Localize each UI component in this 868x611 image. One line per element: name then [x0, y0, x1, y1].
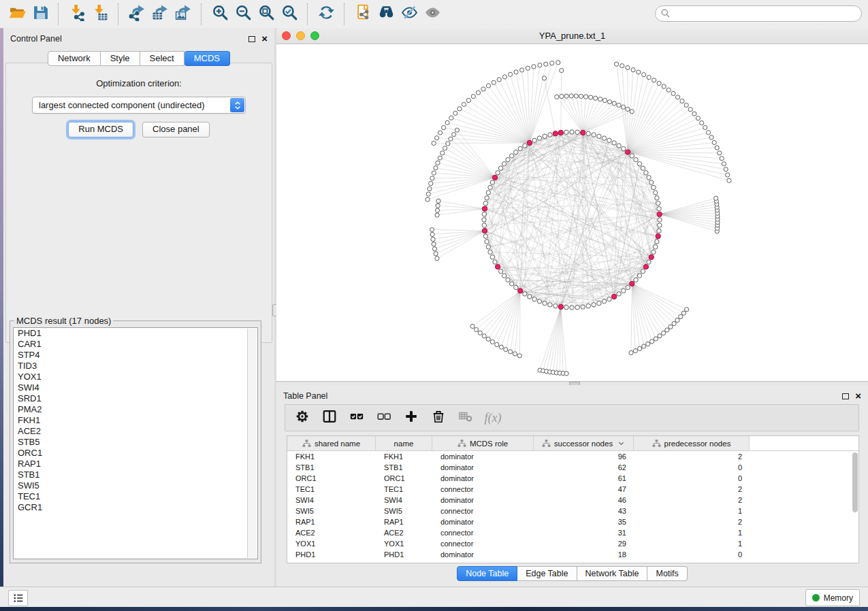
export-network-button[interactable]: [125, 4, 148, 24]
unselect-all-button[interactable]: [375, 409, 393, 427]
cell-predecessor-nodes: 2: [634, 452, 750, 461]
import-table-button[interactable]: [89, 4, 112, 24]
show-all-button[interactable]: [421, 4, 444, 24]
table-row[interactable]: ORC1ORC1dominator610: [287, 473, 858, 484]
table-row[interactable]: SWI4SWI4dominator462: [287, 495, 858, 506]
table-row[interactable]: FKH1FKH1dominator962: [287, 451, 858, 462]
column-header-shared-name[interactable]: shared name: [287, 436, 376, 450]
mcds-result-item[interactable]: ACE2: [14, 426, 257, 437]
memory-button[interactable]: Memory: [805, 589, 860, 606]
tab-network[interactable]: Network: [48, 51, 101, 66]
search-input[interactable]: [655, 5, 862, 22]
close-panel-button[interactable]: Close panel: [142, 122, 210, 137]
import-network-icon: [69, 4, 86, 24]
zoom-in-button[interactable]: [208, 4, 231, 24]
cell-name: FKH1: [376, 452, 432, 461]
share-document-icon: [355, 4, 372, 24]
mcds-result-item[interactable]: CAR1: [14, 339, 257, 350]
cell-shared-name: SWI4: [287, 496, 376, 504]
maximize-window-icon[interactable]: [310, 31, 319, 40]
mcds-result-item[interactable]: TEC1: [14, 491, 257, 502]
column-header-successor-nodes[interactable]: successor nodes: [534, 436, 634, 450]
tab-motifs[interactable]: Motifs: [647, 566, 687, 581]
save-icon: [32, 4, 49, 24]
mcds-result-item[interactable]: PHD1: [14, 328, 257, 339]
zoom-out-button[interactable]: [231, 4, 255, 24]
table-scrollbar-thumb[interactable]: [852, 452, 858, 512]
minimize-window-icon[interactable]: [296, 31, 305, 40]
network-window-titlebar[interactable]: YPA_prune.txt_1: [276, 28, 868, 44]
mcds-result-item[interactable]: STB5: [14, 437, 257, 448]
delete-table-button[interactable]: [457, 409, 475, 427]
function-button[interactable]: f(x): [484, 409, 502, 427]
cell-shared-name: STB1: [287, 463, 376, 472]
close-panel-icon[interactable]: ×: [855, 393, 861, 399]
sort-desc-icon: [617, 440, 625, 447]
search-network-button[interactable]: [374, 4, 398, 24]
export-table-button[interactable]: [148, 4, 172, 24]
mcds-result-item[interactable]: GCR1: [14, 502, 257, 513]
share-document-button[interactable]: [351, 4, 374, 24]
panel-menu-button[interactable]: [8, 590, 28, 606]
export-image-button[interactable]: [172, 4, 195, 24]
run-mcds-button[interactable]: Run MCDS: [68, 122, 133, 137]
cell-MCDS-role: dominator: [432, 518, 534, 526]
gear-button[interactable]: [293, 409, 311, 427]
mcds-result-list[interactable]: PHD1CAR1STP4TID3YOX1SWI4SRD1PMA2FKH1ACE2…: [13, 327, 258, 559]
close-window-icon[interactable]: [282, 31, 291, 40]
select-all-button[interactable]: [348, 409, 366, 427]
mcds-result-item[interactable]: PMA2: [14, 404, 257, 415]
toolbar-separator: [344, 3, 345, 25]
network-canvas[interactable]: [276, 44, 868, 381]
column-header-predecessor-nodes[interactable]: predecessor nodes: [634, 436, 750, 450]
zoom-selected-button[interactable]: [278, 4, 301, 24]
tab-network-table[interactable]: Network Table: [577, 566, 648, 581]
table-row[interactable]: RAP1RAP1dominator352: [287, 516, 858, 527]
table-row[interactable]: ACE2ACE2connector311: [287, 527, 858, 538]
close-panel-icon[interactable]: ×: [261, 35, 268, 42]
zoom-selected-icon: [281, 4, 298, 24]
cell-successor-nodes: 35: [534, 518, 634, 526]
mcds-result-item[interactable]: YOX1: [14, 371, 257, 382]
table-row[interactable]: PHD1PHD1dominator180: [287, 549, 858, 560]
refresh-button[interactable]: [315, 4, 338, 24]
zoom-fit-icon: [258, 4, 275, 24]
open-folder-button[interactable]: [5, 4, 29, 24]
zoom-fit-button[interactable]: [255, 4, 278, 24]
table-row[interactable]: TEC1TEC1connector472: [287, 484, 858, 495]
import-table-icon: [92, 4, 109, 24]
float-window-icon[interactable]: [248, 36, 255, 42]
column-header-MCDS-role[interactable]: MCDS role: [432, 436, 534, 450]
tab-node-table[interactable]: Node Table: [457, 566, 517, 581]
hide-selected-button[interactable]: [398, 4, 421, 24]
tab-select[interactable]: Select: [140, 51, 184, 66]
table-row[interactable]: YOX1YOX1connector291: [287, 538, 858, 549]
table-row[interactable]: SWI5SWI5connector431: [287, 506, 858, 516]
mcds-result-item[interactable]: TID3: [14, 361, 257, 371]
columns-button[interactable]: [321, 409, 338, 427]
mcds-result-item[interactable]: FKH1: [14, 415, 257, 426]
mcds-list-scrollbar[interactable]: [247, 329, 257, 558]
mcds-result-item[interactable]: STP4: [14, 350, 257, 361]
save-button[interactable]: [29, 4, 52, 24]
mcds-result-item[interactable]: ORC1: [14, 448, 257, 459]
float-window-icon[interactable]: [842, 393, 849, 399]
table-row[interactable]: STB1STB1dominator620: [287, 462, 858, 473]
cell-MCDS-role: connector: [432, 485, 534, 493]
mcds-result-item[interactable]: SWI5: [14, 480, 257, 491]
tab-style[interactable]: Style: [101, 51, 140, 66]
mcds-result-item[interactable]: STB1: [14, 469, 257, 480]
network-graph[interactable]: [276, 44, 868, 381]
mcds-result-item[interactable]: SRD1: [14, 393, 257, 404]
import-network-button[interactable]: [65, 4, 89, 24]
dropdown-stepper-icon: [230, 98, 244, 112]
mcds-result-item[interactable]: RAP1: [14, 459, 257, 469]
add-button[interactable]: [402, 409, 420, 427]
cell-shared-name: YOX1: [287, 540, 376, 548]
column-header-name[interactable]: name: [376, 436, 432, 450]
tab-edge-table[interactable]: Edge Table: [517, 566, 577, 581]
mcds-result-item[interactable]: SWI4: [14, 382, 257, 393]
delete-button[interactable]: [430, 409, 447, 427]
tab-mcds[interactable]: MCDS: [184, 51, 230, 66]
criterion-dropdown[interactable]: largest connected component (undirected): [32, 97, 246, 114]
